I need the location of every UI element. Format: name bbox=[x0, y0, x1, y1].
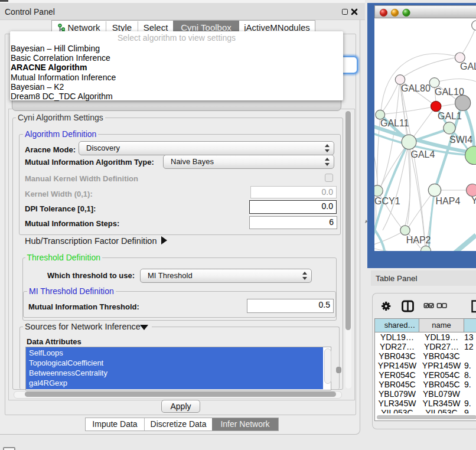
svg-text:GAL10: GAL10 bbox=[435, 87, 464, 97]
svg-text:Y: Y bbox=[471, 195, 476, 206]
svg-text:GAL1: GAL1 bbox=[438, 111, 462, 121]
svg-text:HAP4: HAP4 bbox=[436, 196, 461, 206]
svg-text:GAL: GAL bbox=[460, 61, 476, 71]
svg-text:SWI4: SWI4 bbox=[449, 135, 472, 145]
svg-text:HAP2: HAP2 bbox=[406, 235, 431, 245]
svg-text:GAL11: GAL11 bbox=[380, 118, 409, 128]
svg-text:GCY1: GCY1 bbox=[374, 196, 400, 206]
svg-text:GAL80: GAL80 bbox=[401, 83, 431, 93]
svg-text:GAL4: GAL4 bbox=[411, 149, 435, 159]
